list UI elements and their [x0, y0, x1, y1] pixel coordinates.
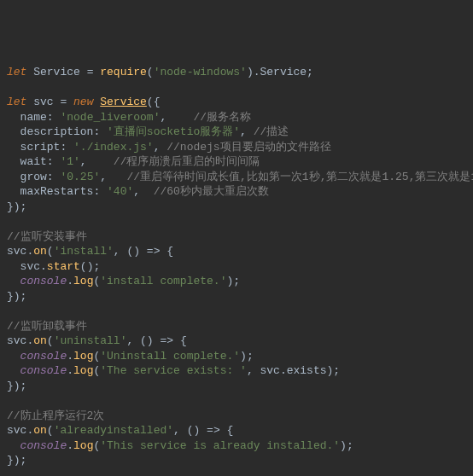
code-token: console [20, 364, 67, 377]
code-token [7, 275, 20, 287]
code-token: start [47, 260, 80, 273]
code-token: 'The service exists: ' [100, 364, 247, 377]
code-token: . [67, 350, 73, 363]
code-token: }); [7, 454, 26, 467]
code-token: './index.js' [73, 141, 154, 154]
code-token: svc [7, 424, 26, 437]
code-token: script [7, 141, 60, 154]
code-token: }); [7, 380, 26, 392]
code-token: svc [26, 96, 60, 108]
code-token: 'alreadyinstalled' [54, 424, 173, 437]
code-token: require [100, 66, 147, 78]
code-token: ; [307, 66, 313, 78]
code-token: . [67, 439, 73, 452]
code-token: grow [7, 171, 47, 183]
code-token: '40' [107, 185, 133, 198]
code-token: new [73, 96, 93, 108]
code-token: , () => { [114, 245, 173, 258]
code-token: //重启等待时间成长值,比如第一次1秒,第二次就是1.25,第三次就是1.562… [126, 171, 473, 183]
code-token: . [67, 364, 73, 377]
code-token: 'uninstall' [54, 334, 127, 347]
code-token: : [60, 141, 73, 154]
code-token: svc [7, 334, 26, 347]
code-token: name [7, 111, 47, 124]
code-token: //监听安装事件 [7, 230, 87, 243]
code-token: description [7, 125, 93, 138]
code-token: '直播间socketio服务器' [107, 125, 240, 138]
code-token: : [93, 185, 107, 198]
code-token: log [73, 439, 93, 452]
code-token: , svc. [247, 364, 287, 377]
code-token: on [33, 424, 47, 437]
code-token: svc [7, 260, 40, 273]
code-token: , [240, 125, 254, 138]
code-token: , [100, 171, 126, 183]
code-token: //nodejs项目要启动的文件路径 [166, 141, 330, 154]
code-token: : [47, 171, 61, 183]
code-token: on [33, 334, 47, 347]
code-token: exists [287, 364, 327, 377]
code-token: , [133, 185, 153, 198]
code-token: ); [226, 275, 240, 287]
code-token: Service [100, 96, 147, 108]
code-token: }); [7, 290, 26, 303]
code-token: svc [7, 245, 26, 258]
code-token: let [7, 66, 26, 78]
code-token: : [93, 125, 107, 138]
code-token: '0.25' [60, 171, 100, 183]
code-token: Service [26, 66, 86, 78]
code-token: log [73, 350, 93, 363]
code-token: 'node-windows' [154, 66, 247, 78]
code-token: '1' [60, 155, 79, 168]
code-token: , () => { [126, 334, 186, 347]
code-token: //程序崩溃后重启的时间间隔 [114, 155, 260, 168]
code-token: maxRestarts [7, 185, 93, 198]
code-token: }); [7, 200, 26, 213]
code-token: ({ [147, 96, 161, 108]
code-token: ( [47, 334, 54, 347]
code-token: 'install complete.' [100, 275, 226, 287]
code-token: 'node_liveroom' [60, 111, 160, 124]
code-token: //监听卸载事件 [7, 320, 87, 333]
code-token: (); [80, 260, 100, 273]
code-token: . [67, 275, 73, 287]
code-token: ( [47, 245, 54, 258]
code-token: console [20, 275, 67, 287]
code-token [7, 439, 20, 452]
code-token: , [160, 111, 193, 124]
code-token: wait [7, 155, 47, 168]
code-token: on [33, 245, 47, 258]
code-token: , () => { [173, 424, 233, 437]
code-token: //描述 [254, 125, 289, 138]
code-token: ). [247, 66, 260, 78]
code-token: log [73, 275, 93, 287]
code-token: 'This service is already installed.' [100, 439, 340, 452]
code-token: , [154, 141, 167, 154]
code-token: ); [340, 439, 353, 452]
code-token: ( [47, 424, 54, 437]
code-token: : [47, 111, 61, 124]
code-token: console [20, 439, 67, 452]
code-token: , [80, 155, 114, 168]
code-token: log [73, 364, 93, 377]
code-token: //防止程序运行2次 [7, 409, 104, 422]
code-token: = [60, 96, 73, 108]
code-token: ); [240, 350, 254, 363]
code-token [7, 364, 20, 377]
code-token: //60秒内最大重启次数 [154, 185, 269, 198]
code-token: let [7, 96, 26, 108]
code-editor-content: let Service = require('node-windows').Se… [7, 65, 466, 476]
code-token: ); [327, 364, 341, 377]
code-token: = [87, 66, 101, 78]
code-token: 'install' [54, 245, 114, 258]
code-token: ( [147, 66, 154, 78]
code-token: Service [260, 66, 307, 78]
code-token: 'Uninstall complete.' [100, 350, 240, 363]
code-token: : [47, 155, 61, 168]
code-token: //服务名称 [193, 111, 251, 124]
code-token: . [40, 260, 47, 273]
code-token [7, 350, 20, 363]
code-token: console [20, 350, 67, 363]
